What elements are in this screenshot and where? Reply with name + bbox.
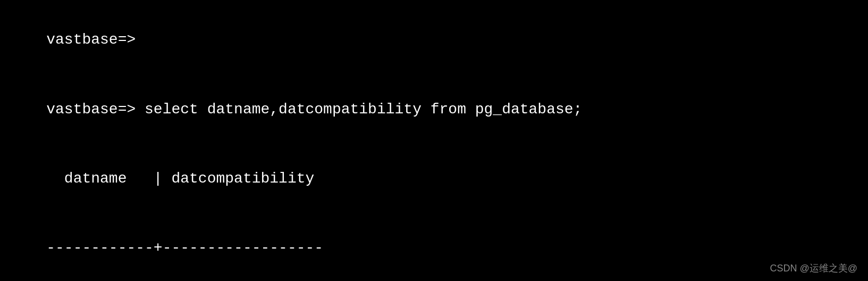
watermark: CSDN @运维之美@ (770, 262, 857, 275)
terminal-line-2: vastbase=> select datname,datcompatibili… (11, 75, 857, 144)
terminal-container: vastbase=> vastbase=> select datname,dat… (11, 5, 857, 281)
terminal-line-1: vastbase=> (11, 5, 857, 75)
column-header: datname | datcompatibility (46, 170, 314, 187)
terminal-line-3: datname | datcompatibility (11, 144, 857, 213)
command-text: select datname,datcompatibility from pg_… (136, 101, 582, 118)
prompt-1: vastbase=> (46, 31, 136, 48)
terminal-line-4: ------------+------------------ (11, 213, 857, 281)
separator: ------------+------------------ (46, 239, 323, 256)
prompt-2: vastbase=> (46, 101, 136, 118)
